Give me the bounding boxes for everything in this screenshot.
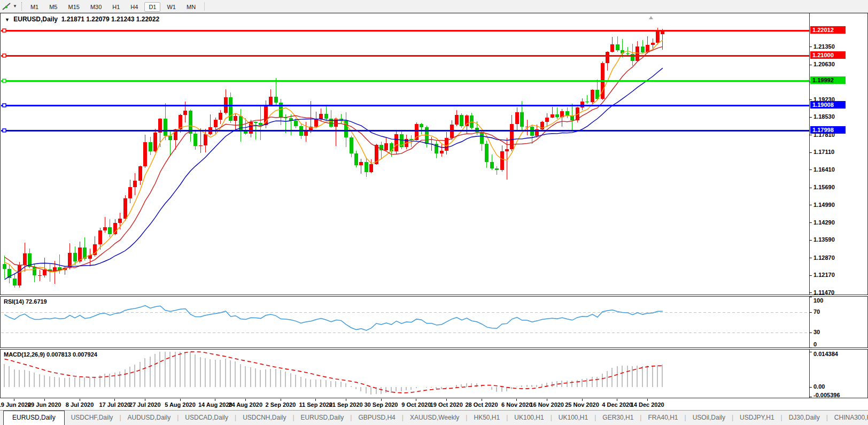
chart-tab-audusd-daily[interactable]: AUDUSD,Daily xyxy=(121,411,177,425)
toolbar-grip xyxy=(21,2,22,11)
chart-ohlc-values: 1.21871 1.22079 1.21243 1.22022 xyxy=(61,16,160,23)
price-axis-label: 1.14290 xyxy=(813,219,835,226)
date-axis-label: 21 Sep 2020 xyxy=(329,401,363,408)
timeframe-button-m1[interactable]: M1 xyxy=(26,2,43,12)
macd-label: MACD(12,26,9) 0.007813 0.007924 xyxy=(4,351,97,358)
date-axis-label: 30 Sep 2020 xyxy=(365,401,398,408)
macd-axis-label: 0.014384 xyxy=(813,351,838,357)
date-axis-label: 17 Jul 2020 xyxy=(99,401,130,408)
chart-tab-ger30-h1[interactable]: GER30,H1 xyxy=(596,411,640,425)
chart-tab-uk100-h1[interactable]: UK100,H1 xyxy=(552,411,594,425)
chart-tab-fra40-h1[interactable]: FRA40,H1 xyxy=(641,411,684,425)
chart-symbol-label: EURUSD,Daily xyxy=(13,16,58,23)
date-axis-label: 6 Nov 2020 xyxy=(501,401,532,408)
macd-values: 0.007813 0.007924 xyxy=(46,351,97,358)
timeframe-button-d1[interactable]: D1 xyxy=(144,2,160,12)
date-axis-label: 5 Aug 2020 xyxy=(165,401,196,408)
date-axis-label: 11 Sep 2020 xyxy=(299,401,332,408)
date-axis-label: 16 Nov 2020 xyxy=(530,401,564,408)
draw-line-tool-icon[interactable] xyxy=(2,2,12,11)
rsi-axis-label: 100 xyxy=(813,297,823,304)
tool-dropdown-caret-icon[interactable]: ▼ xyxy=(12,4,19,9)
chart-tab-bar: EURUSD,DailyUSDCHF,Daily|AUDUSD,Daily|US… xyxy=(0,410,868,425)
date-axis-label: 4 Dec 2020 xyxy=(602,401,632,408)
macd-name: MACD(12,26,9) xyxy=(4,351,45,358)
macd-axis-label: -0.005396 xyxy=(813,392,840,398)
price-axis-label: 1.11470 xyxy=(813,289,834,296)
chart-tab-usdjpy-h1[interactable]: USDJPY,H1 xyxy=(733,411,780,425)
chart-tab-xauusd-weekly[interactable]: XAUUSD,Weekly xyxy=(404,411,466,425)
toolbar-separator xyxy=(204,2,205,11)
chart-tab-hk50-h1[interactable]: HK50,H1 xyxy=(467,411,506,425)
price-axis-label: 1.12870 xyxy=(813,254,835,261)
price-level-badge: 1.17998 xyxy=(810,126,846,134)
date-axis-label: 19 Oct 2020 xyxy=(430,401,463,408)
date-axis-label: 9 Oct 2020 xyxy=(401,401,431,408)
rsi-value: 72.6719 xyxy=(26,298,47,305)
chart-tab-gbpusd-h4[interactable]: GBPUSD,H4 xyxy=(352,411,401,425)
rsi-name: RSI(14) xyxy=(4,298,24,305)
rsi-axis-label: 30 xyxy=(813,329,820,335)
price-axis-label: 1.18530 xyxy=(813,113,835,120)
timeframe-button-h1[interactable]: H1 xyxy=(108,2,124,12)
chart-tab-dj30-daily[interactable]: DJ30,Daily xyxy=(782,411,826,425)
date-axis-label: 19 Jun 2020 xyxy=(0,401,31,408)
chart-tab-uk100-h1[interactable]: UK100,H1 xyxy=(508,411,550,425)
rsi-axis-label: 0 xyxy=(813,341,817,347)
chart-tab-usoil-daily[interactable]: USOil,Daily xyxy=(686,411,732,425)
chart-title: ▼ EURUSD,Daily 1.21871 1.22079 1.21243 1… xyxy=(5,16,159,23)
date-axis-label: 29 Jun 2020 xyxy=(28,401,61,408)
chart-tab-china300-h1[interactable]: CHINA300,H1 xyxy=(828,411,868,425)
price-axis-label: 1.15690 xyxy=(813,184,835,190)
macd-axis-label: 0.00 xyxy=(813,383,825,390)
timeframe-button-w1[interactable]: W1 xyxy=(162,2,180,12)
date-axis-label: 28 Oct 2020 xyxy=(465,401,498,408)
price-level-badge: 1.21000 xyxy=(810,51,846,59)
date-axis-label: 25 Nov 2020 xyxy=(565,401,599,408)
price-axis-label: 1.17110 xyxy=(813,149,834,155)
toolbar: ▼ M1M5M15M30H1H4D1W1MN xyxy=(0,0,868,13)
chart-tab-eurusd-daily[interactable]: EURUSD,Daily xyxy=(294,411,351,425)
chart-tab-usdcad-daily[interactable]: USDCAD,Daily xyxy=(179,411,235,425)
date-axis-label: 24 Aug 2020 xyxy=(228,401,262,408)
price-level-badge: 1.19992 xyxy=(810,76,846,84)
date-axis-label: 8 Jul 2020 xyxy=(66,401,94,408)
price-axis-label: 1.13590 xyxy=(813,236,835,243)
date-axis-label: 14 Dec 2020 xyxy=(631,401,664,408)
timeframe-button-m30[interactable]: M30 xyxy=(86,2,106,12)
date-axis-label: 27 Jul 2020 xyxy=(129,401,161,408)
timeframe-button-mn[interactable]: MN xyxy=(182,2,200,12)
timeframe-button-m5[interactable]: M5 xyxy=(45,2,61,12)
rsi-indicator-panel[interactable] xyxy=(0,296,868,348)
price-axis-label: 1.20630 xyxy=(813,61,835,67)
date-axis-label: 2 Sep 2020 xyxy=(266,401,296,408)
chart-tab-usdchf-daily[interactable]: USDCHF,Daily xyxy=(65,411,120,425)
rsi-axis-label: 70 xyxy=(813,308,820,315)
metatrader-window: ▼ M1M5M15M30H1H4D1W1MN ▼ EURUSD,Daily 1.… xyxy=(0,0,868,425)
price-chart-panel[interactable] xyxy=(0,13,868,295)
date-axis-label: 14 Aug 2020 xyxy=(198,401,232,408)
collapse-icon[interactable]: ▼ xyxy=(5,17,10,22)
price-level-badge: 1.22012 xyxy=(810,26,846,34)
timeframe-buttons: M1M5M15M30H1H4D1W1MN xyxy=(25,2,201,11)
chart-tab-usdcnh-daily[interactable]: USDCNH,Daily xyxy=(236,411,292,425)
macd-indicator-panel[interactable] xyxy=(0,349,868,398)
price-axis-label: 1.14990 xyxy=(813,202,835,208)
price-axis-label: 1.16410 xyxy=(813,166,835,173)
price-axis-label: 1.21350 xyxy=(813,43,835,50)
timeframe-button-m15[interactable]: M15 xyxy=(64,2,83,12)
rsi-label: RSI(14) 72.6719 xyxy=(4,298,47,305)
tabs-holder: EURUSD,DailyUSDCHF,Daily|AUDUSD,Daily|US… xyxy=(0,411,868,425)
price-level-badge: 1.19008 xyxy=(810,101,846,109)
chart-tab-eurusd-daily[interactable]: EURUSD,Daily xyxy=(3,411,65,425)
timeframe-button-h4[interactable]: H4 xyxy=(126,2,142,12)
price-axis-label: 1.12170 xyxy=(813,272,835,278)
